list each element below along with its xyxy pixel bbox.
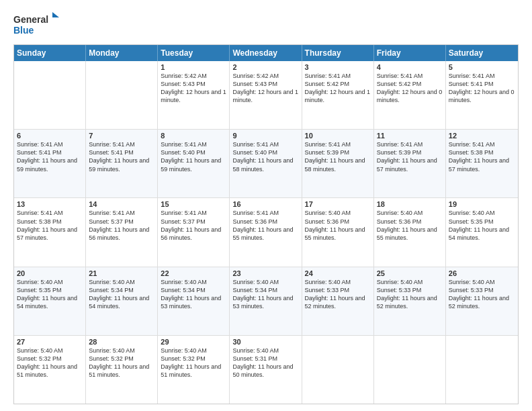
calendar-cell: 17Sunrise: 5:40 AM Sunset: 5:36 PM Dayli…	[302, 198, 374, 266]
header-day-monday: Monday	[86, 45, 158, 61]
day-info: Sunrise: 5:40 AM Sunset: 5:32 PM Dayligh…	[89, 347, 154, 379]
day-info: Sunrise: 5:40 AM Sunset: 5:32 PM Dayligh…	[17, 347, 83, 379]
calendar-cell: 16Sunrise: 5:41 AM Sunset: 5:36 PM Dayli…	[230, 198, 302, 266]
svg-text:Blue: Blue	[13, 25, 34, 36]
calendar-cell: 28Sunrise: 5:40 AM Sunset: 5:32 PM Dayli…	[86, 336, 158, 404]
calendar-cell: 3Sunrise: 5:41 AM Sunset: 5:42 PM Daylig…	[302, 61, 374, 129]
calendar-cell: 6Sunrise: 5:41 AM Sunset: 5:41 PM Daylig…	[14, 130, 86, 197]
calendar-cell: 22Sunrise: 5:40 AM Sunset: 5:34 PM Dayli…	[158, 267, 230, 335]
day-info: Sunrise: 5:41 AM Sunset: 5:36 PM Dayligh…	[232, 209, 298, 242]
day-number: 5	[449, 63, 515, 71]
calendar-cell: 11Sunrise: 5:41 AM Sunset: 5:39 PM Dayli…	[374, 130, 446, 197]
calendar-cell: 24Sunrise: 5:40 AM Sunset: 5:33 PM Dayli…	[302, 267, 374, 335]
calendar-cell: 29Sunrise: 5:40 AM Sunset: 5:32 PM Dayli…	[158, 336, 230, 404]
day-info: Sunrise: 5:40 AM Sunset: 5:35 PM Dayligh…	[449, 209, 515, 242]
calendar-cell: 12Sunrise: 5:41 AM Sunset: 5:38 PM Dayli…	[446, 130, 518, 197]
calendar-cell: 10Sunrise: 5:41 AM Sunset: 5:39 PM Dayli…	[302, 130, 374, 197]
calendar-cell: 2Sunrise: 5:42 AM Sunset: 5:43 PM Daylig…	[230, 61, 302, 129]
day-info: Sunrise: 5:41 AM Sunset: 5:37 PM Dayligh…	[161, 209, 226, 242]
day-number: 3	[305, 63, 371, 71]
calendar-cell: 15Sunrise: 5:41 AM Sunset: 5:37 PM Dayli…	[158, 198, 230, 266]
calendar-cell: 7Sunrise: 5:41 AM Sunset: 5:41 PM Daylig…	[86, 130, 158, 197]
calendar-cell: 20Sunrise: 5:40 AM Sunset: 5:35 PM Dayli…	[14, 267, 86, 335]
calendar-body: 1Sunrise: 5:42 AM Sunset: 5:43 PM Daylig…	[14, 61, 518, 404]
header-day-tuesday: Tuesday	[158, 45, 230, 61]
calendar-cell	[86, 61, 158, 129]
header-day-saturday: Saturday	[446, 45, 518, 61]
day-number: 14	[89, 200, 154, 208]
day-info: Sunrise: 5:40 AM Sunset: 5:34 PM Dayligh…	[232, 278, 298, 311]
day-number: 10	[305, 132, 371, 140]
calendar-cell: 19Sunrise: 5:40 AM Sunset: 5:35 PM Dayli…	[446, 198, 518, 266]
day-number: 29	[161, 338, 226, 346]
day-info: Sunrise: 5:41 AM Sunset: 5:39 PM Dayligh…	[377, 140, 443, 173]
calendar-row-1: 6Sunrise: 5:41 AM Sunset: 5:41 PM Daylig…	[14, 130, 518, 198]
day-info: Sunrise: 5:41 AM Sunset: 5:42 PM Dayligh…	[305, 72, 371, 105]
day-info: Sunrise: 5:41 AM Sunset: 5:42 PM Dayligh…	[377, 72, 443, 105]
calendar-cell	[374, 336, 446, 404]
calendar-cell: 18Sunrise: 5:40 AM Sunset: 5:36 PM Dayli…	[374, 198, 446, 266]
day-info: Sunrise: 5:40 AM Sunset: 5:34 PM Dayligh…	[161, 278, 226, 311]
day-number: 12	[449, 132, 515, 140]
day-number: 2	[232, 63, 298, 71]
calendar: SundayMondayTuesdayWednesdayThursdayFrid…	[13, 44, 519, 404]
calendar-cell: 14Sunrise: 5:41 AM Sunset: 5:37 PM Dayli…	[86, 198, 158, 266]
day-info: Sunrise: 5:40 AM Sunset: 5:33 PM Dayligh…	[305, 278, 371, 311]
day-number: 13	[17, 200, 83, 208]
day-number: 18	[377, 200, 443, 208]
day-number: 22	[161, 269, 226, 277]
day-info: Sunrise: 5:40 AM Sunset: 5:35 PM Dayligh…	[17, 278, 83, 311]
day-info: Sunrise: 5:40 AM Sunset: 5:33 PM Dayligh…	[449, 278, 515, 311]
day-number: 28	[89, 338, 154, 346]
day-info: Sunrise: 5:41 AM Sunset: 5:39 PM Dayligh…	[305, 140, 371, 173]
day-info: Sunrise: 5:40 AM Sunset: 5:33 PM Dayligh…	[377, 278, 443, 311]
calendar-cell: 21Sunrise: 5:40 AM Sunset: 5:34 PM Dayli…	[86, 267, 158, 335]
logo-icon: General Blue	[13, 11, 60, 38]
day-number: 20	[17, 269, 83, 277]
day-number: 16	[232, 200, 298, 208]
calendar-row-3: 20Sunrise: 5:40 AM Sunset: 5:35 PM Dayli…	[14, 267, 518, 336]
day-number: 27	[17, 338, 83, 346]
logo: General Blue	[13, 11, 60, 38]
day-number: 1	[161, 63, 226, 71]
calendar-row-0: 1Sunrise: 5:42 AM Sunset: 5:43 PM Daylig…	[14, 61, 518, 130]
calendar-cell: 13Sunrise: 5:41 AM Sunset: 5:38 PM Dayli…	[14, 198, 86, 266]
calendar-header: SundayMondayTuesdayWednesdayThursdayFrid…	[14, 45, 518, 61]
day-info: Sunrise: 5:41 AM Sunset: 5:40 PM Dayligh…	[161, 140, 226, 173]
day-number: 26	[449, 269, 515, 277]
day-info: Sunrise: 5:40 AM Sunset: 5:31 PM Dayligh…	[232, 347, 298, 379]
day-info: Sunrise: 5:41 AM Sunset: 5:38 PM Dayligh…	[449, 140, 515, 173]
calendar-cell	[302, 336, 374, 404]
calendar-cell: 1Sunrise: 5:42 AM Sunset: 5:43 PM Daylig…	[158, 61, 230, 129]
day-number: 21	[89, 269, 154, 277]
day-info: Sunrise: 5:41 AM Sunset: 5:38 PM Dayligh…	[17, 209, 83, 242]
day-number: 23	[232, 269, 298, 277]
calendar-row-4: 27Sunrise: 5:40 AM Sunset: 5:32 PM Dayli…	[14, 336, 518, 404]
day-info: Sunrise: 5:41 AM Sunset: 5:41 PM Dayligh…	[17, 140, 83, 173]
day-number: 19	[449, 200, 515, 208]
day-info: Sunrise: 5:42 AM Sunset: 5:43 PM Dayligh…	[161, 72, 226, 105]
day-number: 9	[232, 132, 298, 140]
day-number: 8	[161, 132, 226, 140]
svg-text:General: General	[13, 14, 48, 25]
day-info: Sunrise: 5:41 AM Sunset: 5:41 PM Dayligh…	[89, 140, 154, 173]
header-day-friday: Friday	[374, 45, 446, 61]
page-header: General Blue	[13, 11, 519, 38]
day-number: 25	[377, 269, 443, 277]
day-info: Sunrise: 5:40 AM Sunset: 5:34 PM Dayligh…	[89, 278, 154, 311]
day-number: 17	[305, 200, 371, 208]
day-number: 6	[17, 132, 83, 140]
calendar-cell: 9Sunrise: 5:41 AM Sunset: 5:40 PM Daylig…	[230, 130, 302, 197]
day-number: 11	[377, 132, 443, 140]
day-number: 24	[305, 269, 371, 277]
header-day-thursday: Thursday	[302, 45, 374, 61]
calendar-row-2: 13Sunrise: 5:41 AM Sunset: 5:38 PM Dayli…	[14, 198, 518, 267]
calendar-cell: 30Sunrise: 5:40 AM Sunset: 5:31 PM Dayli…	[230, 336, 302, 404]
day-info: Sunrise: 5:40 AM Sunset: 5:36 PM Dayligh…	[377, 209, 443, 242]
calendar-cell: 27Sunrise: 5:40 AM Sunset: 5:32 PM Dayli…	[14, 336, 86, 404]
header-day-wednesday: Wednesday	[230, 45, 302, 61]
calendar-cell: 4Sunrise: 5:41 AM Sunset: 5:42 PM Daylig…	[374, 61, 446, 129]
svg-marker-2	[52, 12, 59, 17]
day-info: Sunrise: 5:41 AM Sunset: 5:37 PM Dayligh…	[89, 209, 154, 242]
calendar-cell: 5Sunrise: 5:41 AM Sunset: 5:41 PM Daylig…	[446, 61, 518, 129]
